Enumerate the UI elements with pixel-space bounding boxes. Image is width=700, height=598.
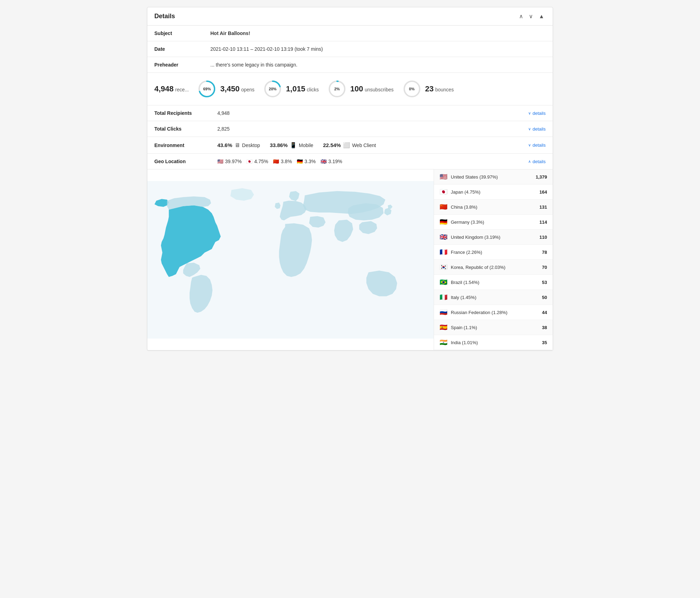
collapse-down-button[interactable]: ∨ [527, 12, 534, 20]
env-pct-web client: 22.54% [323, 142, 341, 148]
env-item-web client: 22.54% ⬜ Web Client [323, 142, 376, 148]
country-count: 164 [539, 189, 547, 195]
circle-percent-unsubscribes: 2% [334, 87, 340, 91]
country-flag: 🇺🇸 [440, 173, 447, 181]
flag-pct: 39.97% [225, 159, 241, 164]
country-count: 131 [539, 204, 547, 210]
country-name: China (3.8%) [451, 204, 539, 210]
metric-link-environment[interactable]: details [528, 142, 546, 148]
details-table: Subject Hot Air Balloons! Date 2021-02-1… [147, 26, 553, 73]
country-flag: 🇫🇷 [440, 248, 447, 256]
flag: 🇯🇵 [246, 159, 252, 164]
country-name: Russian Federation (1.28%) [451, 310, 542, 315]
country-count: 50 [542, 295, 547, 300]
stats-row: 4,948 rece... 69% 3,450 opens [147, 73, 553, 105]
env-item-desktop: 43.6% 🖥 Desktop [217, 142, 260, 148]
expand-button[interactable]: ▲ [537, 12, 546, 20]
country-table-row: 🇯🇵 Japan (4.75%) 164 [434, 185, 553, 200]
metric-row-total-recipients: Total Recipients 4,948 details [147, 105, 553, 121]
flag-item: 🇺🇸 39.97% [217, 159, 241, 164]
country-flag: 🇨🇳 [440, 203, 447, 211]
map-section: 🇺🇸 United States (39.97%) 1,379 🇯🇵 Japan… [147, 169, 553, 350]
flag-pct: 3.3% [304, 159, 316, 164]
flag-item: 🇨🇳 3.8% [273, 159, 292, 164]
country-table-row: 🇮🇳 India (1.01%) 35 [434, 335, 553, 350]
flag-item: 🇬🇧 3.19% [321, 159, 342, 164]
metric-link-total-recipients[interactable]: details [528, 111, 546, 116]
country-count: 114 [539, 220, 547, 225]
stat-clicks: 20% 1,015 clicks [263, 79, 319, 99]
country-name: Korea, Republic of (2.03%) [451, 265, 542, 270]
country-table-row: 🇨🇳 China (3.8%) 131 [434, 200, 553, 215]
country-name: Germany (3.3%) [451, 220, 539, 225]
country-flag: 🇬🇧 [440, 233, 447, 241]
country-flag: 🇧🇷 [440, 278, 447, 286]
stat-number-clicks: 1,015 [286, 84, 305, 93]
metric-link-geo-location[interactable]: details [528, 159, 546, 164]
stat-label-recipients: rece... [175, 87, 189, 92]
country-name: United Kingdom (3.19%) [451, 235, 539, 240]
stat-number-bounces: 23 [425, 84, 434, 93]
flag: 🇩🇪 [297, 159, 303, 164]
world-map-svg [147, 169, 434, 350]
metric-label-geo-location: Geo Location [154, 159, 217, 164]
preheader-value: ... there's some legacy in this campaign… [203, 57, 553, 73]
preheader-row: Preheader ... there's some legacy in thi… [147, 57, 553, 73]
metric-link-total-clicks[interactable]: details [528, 126, 546, 132]
stat-opens: 69% 3,450 opens [197, 79, 254, 99]
stat-recipients: 4,948 rece... [154, 84, 189, 93]
flag: 🇺🇸 [217, 159, 223, 164]
env-name-web client: Web Client [352, 142, 376, 148]
stat-number-recipients: 4,948 [154, 84, 174, 93]
country-table-row: 🇰🇷 Korea, Republic of (2.03%) 70 [434, 260, 553, 275]
country-count: 78 [542, 250, 547, 255]
env-name-desktop: Desktop [242, 142, 260, 148]
metric-label-total-recipients: Total Recipients [154, 110, 217, 116]
stat-number-opens: 3,450 [220, 84, 239, 93]
stat-label-unsubscribes: unsubscribes [365, 87, 394, 92]
country-table-row: 🇺🇸 United States (39.97%) 1,379 [434, 169, 553, 185]
country-table-row: 🇧🇷 Brazil (1.54%) 53 [434, 275, 553, 290]
date-label: Date [147, 41, 203, 57]
circle-clicks: 20% [263, 79, 282, 99]
country-count: 1,379 [536, 174, 547, 180]
stat-label-clicks: clicks [307, 87, 319, 92]
details-panel: Details ∧ ∨ ▲ Subject Hot Air Balloons! … [147, 7, 553, 350]
circle-bounces: 0% [402, 79, 422, 99]
country-table-row: 🇩🇪 Germany (3.3%) 114 [434, 215, 553, 230]
country-name: Brazil (1.54%) [451, 280, 542, 285]
env-icon-web client: ⬜ [343, 142, 350, 148]
country-count: 44 [542, 310, 547, 315]
date-row: Date 2021-02-10 13:11 – 2021-02-10 13:19… [147, 41, 553, 57]
country-name: United States (39.97%) [451, 174, 536, 180]
country-count: 38 [542, 325, 547, 330]
subject-row: Subject Hot Air Balloons! [147, 26, 553, 41]
preheader-label: Preheader [147, 57, 203, 73]
country-flag: 🇯🇵 [440, 188, 447, 196]
stat-label-bounces: bounces [435, 87, 454, 92]
circle-percent-opens: 69% [203, 87, 211, 91]
circle-percent-clicks: 20% [269, 87, 276, 91]
flag: 🇬🇧 [321, 159, 327, 164]
metric-row-environment: Environment 43.6% 🖥 Desktop 33.86% 📱 Mob… [147, 137, 553, 154]
map-container [147, 169, 434, 350]
panel-header: Details ∧ ∨ ▲ [147, 7, 553, 26]
country-name: Italy (1.45%) [451, 295, 542, 300]
metric-rows: Total Recipients 4,948 details Total Cli… [147, 105, 553, 169]
country-table-row: 🇪🇸 Spain (1.1%) 38 [434, 320, 553, 335]
country-table-row: 🇮🇹 Italy (1.45%) 50 [434, 290, 553, 305]
circle-percent-bounces: 0% [409, 87, 415, 91]
flag-pct: 3.19% [328, 159, 342, 164]
circle-unsubscribes: 2% [327, 79, 347, 99]
env-pct-mobile: 33.86% [270, 142, 288, 148]
collapse-up-button[interactable]: ∧ [518, 12, 525, 20]
country-flag: 🇩🇪 [440, 218, 447, 226]
env-item-mobile: 33.86% 📱 Mobile [270, 142, 313, 148]
metric-value-total-clicks: 2,825 [217, 126, 528, 132]
metric-row-total-clicks: Total Clicks 2,825 details [147, 121, 553, 137]
subject-value: Hot Air Balloons! [203, 26, 553, 41]
country-count: 70 [542, 265, 547, 270]
flag: 🇨🇳 [273, 159, 279, 164]
country-name: India (1.01%) [451, 340, 542, 345]
subject-label: Subject [147, 26, 203, 41]
